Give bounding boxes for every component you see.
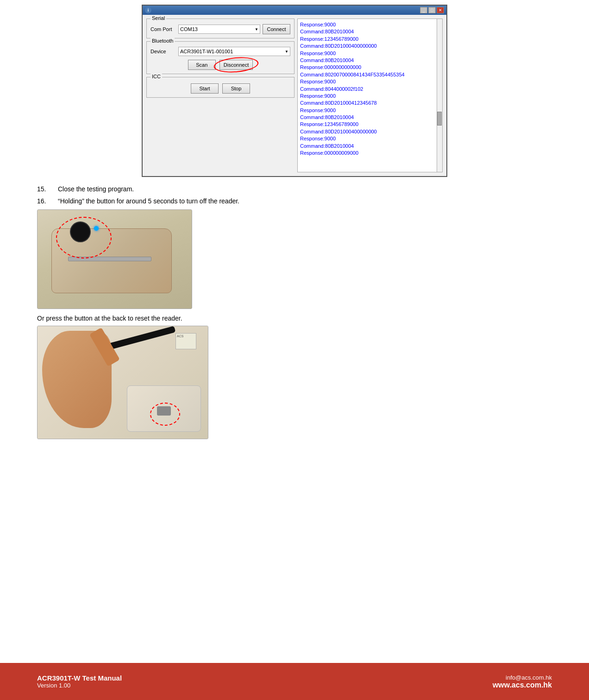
step-15-num: 15. (37, 185, 58, 193)
footer-right: info@acs.com.hk www.acs.com.hk (493, 674, 552, 689)
step-15-text: Close the testing program. (58, 185, 134, 193)
device-body (51, 228, 172, 293)
device-label: Device (150, 49, 176, 54)
device-led (94, 226, 99, 231)
log-entry-1: Command:80B2010004 (300, 28, 433, 35)
log-entry-13: Command:80B2010004 (300, 114, 433, 121)
log-entry-0: Response:9000 (300, 21, 433, 28)
log-entry-16: Response:9000 (300, 135, 433, 142)
start-button[interactable]: Start (191, 83, 219, 94)
log-entry-14: Response:123456789000 (300, 121, 433, 128)
bluetooth-buttons: Scan Disconnect (150, 60, 290, 70)
device-dropdown[interactable]: ACR3901T-W1-001001 ▼ (178, 47, 290, 56)
com-port-arrow-icon: ▼ (255, 27, 258, 32)
step-16-num: 16. (37, 197, 58, 205)
disconnect-button[interactable]: Disconnect (219, 60, 253, 70)
close-button[interactable]: ✕ (437, 7, 444, 13)
icc-section-title: ICC (150, 74, 162, 79)
bluetooth-section-title: Bluetooth (150, 38, 175, 44)
steps-section: 15. Close the testing program. 16. “Hold… (37, 185, 552, 439)
log-entry-6: Response:0000000000000 (300, 64, 433, 71)
icc-buttons: Start Stop (150, 83, 290, 94)
win-body: Serial Com Port COM13 ▼ Connect Blueto (143, 15, 446, 176)
footer-left: ACR3901T-W Test Manual Version 1.00 (37, 674, 122, 689)
log-entry-12: Response:9000 (300, 107, 433, 114)
log-entry-9: Command:8044000002f102 (300, 86, 433, 93)
step-16-text: “Holding” the button for around 5 second… (58, 197, 239, 205)
log-entry-3: Command:80D201000400000000 (300, 43, 433, 50)
step-16-item: 16. “Holding” the button for around 5 se… (37, 197, 552, 205)
footer-email: info@acs.com.hk (493, 674, 552, 681)
log-entry-10: Response:9000 (300, 93, 433, 100)
minimize-button[interactable]: _ (420, 7, 427, 13)
connect-button[interactable]: Connect (263, 24, 290, 34)
scrollbar[interactable] (437, 19, 442, 172)
log-entry-2: Response:123456789000 (300, 36, 433, 43)
device-photo2: ACS (37, 326, 208, 439)
footer-website: www.acs.com.hk (493, 681, 552, 689)
app-icon: i (145, 7, 151, 13)
main-content: i _ □ ✕ Serial Com Port (0, 0, 589, 439)
log-entry-5: Command:80B2010004 (300, 57, 433, 64)
log-entry-17: Command:80B2010004 (300, 143, 433, 150)
log-entry-18: Response:000000009000 (300, 150, 433, 157)
log-entry-4: Response:9000 (300, 50, 433, 57)
disconnect-wrapper: Disconnect (219, 60, 253, 70)
photo1-container (37, 209, 552, 309)
footer: ACR3901T-W Test Manual Version 1.00 info… (0, 663, 589, 700)
or-press-text: Or press the button at the back to reset… (37, 315, 552, 322)
log-inner[interactable]: Response:9000 Command:80B2010004 Respons… (300, 21, 440, 170)
com-port-dropdown[interactable]: COM13 ▼ (178, 25, 260, 34)
titlebar-controls: _ □ ✕ (420, 7, 444, 13)
log-entry-15: Command:80D201000400000000 (300, 128, 433, 135)
win-titlebar: i _ □ ✕ (143, 6, 446, 15)
com-port-label: Com Port (150, 26, 176, 32)
footer-title: ACR3901T-W Test Manual (37, 674, 122, 682)
com-port-value: COM13 (180, 26, 198, 32)
bluetooth-section: Bluetooth Device ACR3901T-W1-001001 ▼ Sc… (146, 41, 294, 74)
win-log-panel: Response:9000 Command:80B2010004 Respons… (297, 19, 443, 172)
log-entry-11: Command:80D201000412345678 (300, 100, 433, 107)
stop-button[interactable]: Stop (222, 83, 250, 94)
footer-version: Version 1.00 (37, 682, 122, 689)
device-value: ACR3901T-W1-001001 (180, 49, 233, 54)
com-port-row: Com Port COM13 ▼ Connect (150, 24, 290, 34)
device-arrow-icon: ▼ (285, 50, 288, 54)
photo2-container: ACS (37, 326, 552, 439)
device-photo1 (37, 209, 192, 309)
step-15-item: 15. Close the testing program. (37, 185, 552, 193)
maximize-button[interactable]: □ (428, 7, 436, 13)
log-entry-7: Command:8020070000841434F53354455354 (300, 71, 433, 78)
device-row: Device ACR3901T-W1-001001 ▼ (150, 47, 290, 56)
device-button (70, 221, 91, 242)
scan-button[interactable]: Scan (188, 60, 216, 70)
log-entry-8: Response:9000 (300, 78, 433, 85)
win-left-panel: Serial Com Port COM13 ▼ Connect Blueto (146, 19, 294, 172)
win-dialog: i _ □ ✕ Serial Com Port (142, 5, 447, 177)
serial-section: Serial Com Port COM13 ▼ Connect (146, 19, 294, 38)
serial-section-title: Serial (150, 15, 166, 21)
scrollbar-thumb[interactable] (437, 112, 442, 126)
screenshot-container: i _ □ ✕ Serial Com Port (37, 5, 552, 177)
icc-section: ICC Start Stop (146, 77, 294, 98)
